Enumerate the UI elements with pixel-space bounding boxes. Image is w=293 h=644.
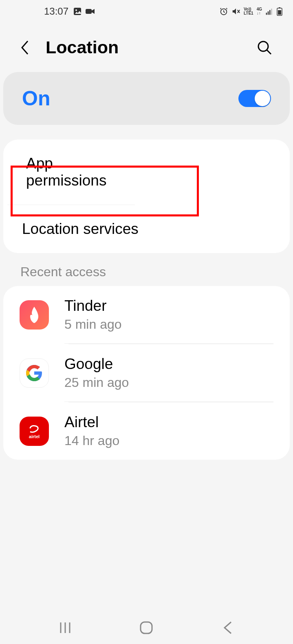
gallery-icon (73, 7, 82, 16)
svg-rect-7 (271, 9, 272, 15)
signal-icon (265, 7, 273, 15)
back-button[interactable] (216, 620, 240, 636)
location-toggle-card[interactable]: On (3, 72, 290, 125)
location-services-item[interactable]: Location services (3, 205, 290, 253)
recent-access-header: Recent access (0, 253, 293, 286)
toggle-switch[interactable] (238, 90, 271, 107)
svg-rect-6 (269, 10, 271, 15)
app-permissions-item[interactable]: App permissions (7, 140, 135, 205)
svg-rect-9 (279, 7, 280, 8)
svg-rect-10 (278, 10, 281, 15)
mute-icon (231, 7, 240, 16)
header: Location (0, 21, 293, 70)
recent-app-airtel[interactable]: airtel Airtel 14 hr ago (3, 402, 290, 460)
svg-rect-5 (268, 11, 269, 15)
status-bar: 13:07 Vo))LTE1 4G↓↑ (0, 0, 293, 21)
network-icon: 4G↓↑ (257, 7, 262, 15)
app-name: Airtel (64, 414, 273, 431)
page-title: Location (46, 37, 119, 57)
recent-app-tinder[interactable]: Tinder 5 min ago (3, 286, 290, 344)
google-app-icon (20, 358, 49, 388)
svg-point-11 (258, 41, 268, 51)
svg-rect-16 (141, 622, 152, 633)
app-access-time: 25 min ago (64, 375, 273, 390)
status-right: Vo))LTE1 4G↓↑ (219, 7, 282, 16)
svg-point-1 (75, 9, 77, 11)
app-name: Google (64, 356, 273, 373)
toggle-knob (255, 91, 270, 106)
recents-button[interactable] (53, 620, 77, 636)
back-icon[interactable] (20, 39, 30, 56)
tinder-app-icon (20, 300, 49, 330)
navigation-bar (0, 620, 293, 636)
volte-icon: Vo))LTE1 (244, 7, 253, 15)
alarm-icon (219, 7, 228, 16)
app-name: Tinder (64, 297, 273, 314)
app-access-time: 14 hr ago (64, 433, 273, 448)
svg-text:airtel: airtel (29, 434, 40, 439)
video-icon (85, 7, 95, 16)
recent-app-google[interactable]: Google 25 min ago (3, 344, 290, 402)
app-access-time: 5 min ago (64, 317, 273, 332)
battery-icon (277, 7, 282, 16)
status-time: 13:07 (44, 6, 68, 17)
recent-access-card: Tinder 5 min ago Google 25 min ago airte… (3, 286, 290, 460)
svg-rect-2 (86, 9, 92, 14)
status-left: 13:07 (11, 6, 95, 17)
airtel-app-icon: airtel (20, 417, 49, 446)
svg-rect-4 (266, 13, 267, 15)
svg-rect-0 (74, 8, 81, 15)
toggle-state-label: On (22, 87, 50, 110)
search-icon[interactable] (256, 39, 273, 56)
settings-card: App permissions Location services (3, 140, 290, 253)
home-button[interactable] (134, 620, 159, 636)
